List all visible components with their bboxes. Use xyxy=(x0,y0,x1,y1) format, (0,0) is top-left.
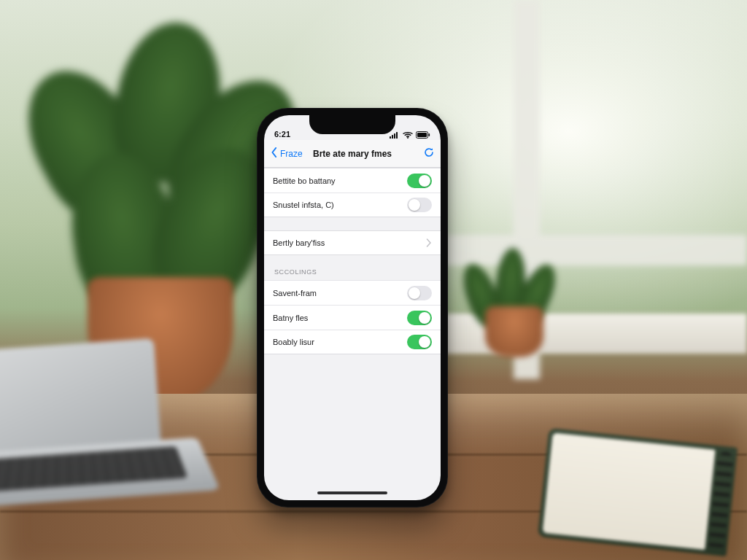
phone-screen: 6:21 Fra xyxy=(264,115,441,500)
wifi-icon xyxy=(403,131,413,139)
settings-row: Batny fles xyxy=(264,305,441,330)
settings-group: SccolingsSavent-framBatny flesBoably lis… xyxy=(264,268,441,354)
back-label: Fraze xyxy=(280,149,303,159)
toggle-switch[interactable] xyxy=(407,198,432,212)
settings-group: Bettite bo battanySnustel infsta, C) xyxy=(264,168,441,217)
settings-row: Savent-fram xyxy=(264,280,441,305)
home-indicator[interactable] xyxy=(317,491,387,494)
svg-rect-0 xyxy=(390,136,391,139)
settings-row-label: Bettite bo battany xyxy=(273,176,407,185)
settings-row: Bettite bo battany xyxy=(264,168,441,192)
svg-rect-1 xyxy=(392,135,393,139)
settings-row[interactable]: Bertly bary'fiss xyxy=(264,230,441,255)
svg-rect-6 xyxy=(417,133,427,137)
battery-icon xyxy=(416,131,430,139)
refresh-icon xyxy=(423,148,435,160)
group-header: Sccolings xyxy=(264,268,441,280)
settings-group: Bertly bary'fiss xyxy=(264,230,441,255)
status-time: 6:21 xyxy=(274,130,290,139)
settings-row: Snustel infsta, C) xyxy=(264,192,441,217)
settings-row: Boably lisur xyxy=(264,330,441,354)
chevron-left-icon xyxy=(270,147,279,160)
nav-refresh-button[interactable] xyxy=(423,147,435,161)
svg-point-4 xyxy=(407,137,409,139)
laptop xyxy=(0,335,218,540)
spiral-notebook xyxy=(538,428,738,556)
cellular-icon xyxy=(390,131,400,139)
settings-row-label: Boably lisur xyxy=(273,338,407,346)
settings-row-label: Snustel infsta, C) xyxy=(273,201,407,209)
settings-row-label: Bertly bary'fiss xyxy=(273,238,426,247)
settings-row-label: Batny fles xyxy=(273,314,407,322)
svg-rect-7 xyxy=(429,133,430,136)
chevron-right-icon xyxy=(426,238,432,247)
toggle-switch[interactable] xyxy=(407,286,432,300)
phone-notch xyxy=(309,115,395,134)
svg-rect-3 xyxy=(396,132,398,139)
toggle-switch[interactable] xyxy=(407,335,432,349)
photo-scene: 6:21 Fra xyxy=(0,0,747,560)
smartphone: 6:21 Fra xyxy=(257,108,448,508)
toggle-switch[interactable] xyxy=(407,311,432,325)
settings-row-label: Savent-fram xyxy=(273,289,407,298)
toggle-switch[interactable] xyxy=(407,174,432,188)
svg-rect-2 xyxy=(394,133,395,139)
nav-bar: Fraze Brte ate mary fmes xyxy=(264,140,441,168)
settings-list: Bettite bo battanySnustel infsta, C)Bert… xyxy=(264,168,441,354)
plant-pot-small xyxy=(485,306,543,357)
back-button[interactable]: Fraze xyxy=(270,147,303,160)
